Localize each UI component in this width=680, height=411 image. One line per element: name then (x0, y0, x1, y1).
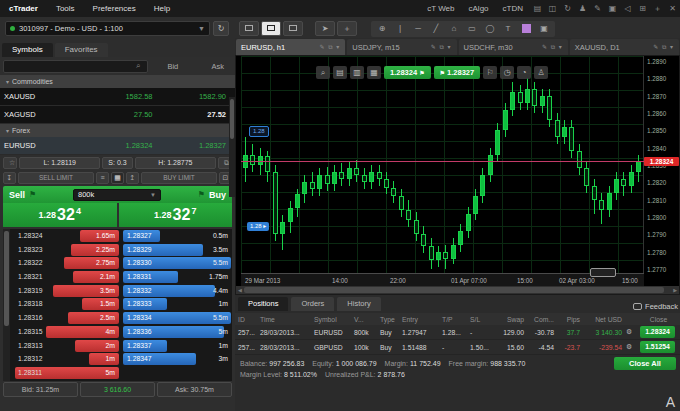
feedback-button[interactable]: Feedback (633, 302, 680, 311)
layout-grid-icon[interactable] (283, 21, 303, 36)
symbol-row-eurusd[interactable]: EURUSD1.283241.28327 (0, 137, 235, 155)
position-marker[interactable]: 1.28 ▸ (247, 222, 269, 231)
candlestick-chart[interactable]: 1.281.28 ▸ (241, 56, 644, 276)
sound-icon[interactable]: ◁ (620, 4, 635, 13)
layout-wide-icon[interactable] (261, 21, 281, 36)
sell-button[interactable]: Sell (9, 190, 25, 200)
trendline-icon[interactable]: ╱ (427, 22, 445, 36)
dom-scrollbar[interactable] (3, 229, 10, 381)
dom-buy-row[interactable]: 1.283270.5m (123, 230, 230, 243)
trader-icon[interactable]: ♙ (534, 66, 548, 79)
chart-tab-icons[interactable]: ✎ ⧉ ▾ (542, 43, 563, 51)
sell-price-button[interactable]: 1.28 32 4 (3, 203, 117, 227)
tab-history[interactable]: History (337, 297, 380, 311)
dom-sell-row[interactable]: 1.283132m (12, 340, 119, 353)
menu-tools[interactable]: Tools (47, 4, 84, 13)
dom-buy-row[interactable]: 1.283473m (123, 353, 230, 366)
dom-sell-row[interactable]: 1.283121m (12, 353, 119, 366)
menu-ctrader[interactable]: cTrader (0, 4, 47, 13)
dom-sell-row[interactable]: 1.283241.65m (12, 230, 119, 243)
bar-style-icon[interactable]: ▥ (350, 66, 364, 79)
dom-buy-row[interactable]: 1.283293.5m (123, 244, 230, 257)
menu-help[interactable]: Help (145, 4, 179, 13)
chart-tab-usdjpy[interactable]: USDJPY, m15✎ ⧉ ▾ (347, 39, 456, 55)
vline-icon[interactable]: ❘ (391, 22, 409, 36)
dom-buy-row[interactable]: 1.283371m (123, 340, 230, 353)
channel-icon[interactable]: ⌂ (445, 22, 463, 36)
chart-sell-button[interactable]: 1.28324 ⚑ (384, 66, 431, 79)
dom-sell-row[interactable]: 1.283154m (12, 326, 119, 339)
plus-icon[interactable]: ＋ (650, 3, 665, 14)
indicator-icon[interactable]: ▦ (367, 66, 381, 79)
chess-icon[interactable]: ♟ (575, 4, 590, 13)
panel-icon[interactable]: ▣ (605, 4, 620, 13)
rectangle-icon[interactable]: ▭ (463, 22, 481, 36)
favorite-star-icon[interactable]: ☆ (3, 157, 17, 169)
tab-orders[interactable]: Orders (291, 297, 334, 311)
card-icon[interactable]: ⊞ (635, 4, 650, 13)
dom-buy-row[interactable]: 1.283311.75m (123, 271, 230, 284)
dom-buy-row[interactable]: 1.283365m (123, 326, 230, 339)
anchor-icon[interactable]: ⊕ (373, 22, 391, 36)
buy-button[interactable]: Buy (209, 190, 226, 200)
dom-sell-row[interactable]: 1.283232.25m (12, 244, 119, 257)
menu-link-ct-web[interactable]: cT Web (420, 4, 461, 13)
chart-tab-usdchf[interactable]: USDCHF, m30✎ ⧉ ▾ (459, 39, 568, 55)
dom-buy-row[interactable]: 1.283331m (123, 298, 230, 311)
dom-buy-row[interactable]: 1.283305.5m (123, 257, 230, 270)
paint-icon[interactable]: ✎ (590, 4, 605, 13)
text-icon[interactable]: T (499, 22, 517, 36)
dom-sell-row[interactable]: 1.283162.5m (12, 312, 119, 325)
search-input[interactable] (3, 60, 148, 73)
tab-positions[interactable]: Positions (238, 297, 288, 311)
color-swatch-icon[interactable] (517, 22, 535, 36)
zoom-icon[interactable]: ⌕ (316, 66, 330, 79)
scroll-left-icon[interactable]: ◀ (238, 287, 242, 293)
info-icon[interactable]: ↧ (3, 172, 16, 184)
symbol-row-xauusd[interactable]: XAUUSD1582.581582.90 (0, 88, 235, 106)
sell-limit-button[interactable]: SELL LIMIT (18, 172, 94, 184)
chart-type-icon[interactable]: ▤ (333, 66, 347, 79)
window-icon[interactable]: ◫ (545, 4, 560, 13)
dom-sell-row[interactable]: 1.283212.1m (12, 271, 119, 284)
dom-sell-row[interactable]: 1.283222.75m (12, 257, 119, 270)
close-icon[interactable]: ✕ (665, 4, 680, 13)
grid-icon[interactable]: ▤ (530, 4, 545, 13)
dom-sell-row[interactable]: 1.283193.5m (12, 285, 119, 298)
chart-tab-icons[interactable]: ✎ ⧉ ▾ (320, 43, 341, 51)
time-axis[interactable]: 29 Mar 201314:0022:0001 Apr 07:0015:0002… (241, 273, 644, 286)
gear-icon[interactable]: ⚙ (626, 328, 640, 336)
close-all-button[interactable]: Close All (614, 357, 676, 370)
crosshair-icon[interactable]: ＋ (337, 21, 357, 36)
buy-limit-button[interactable]: BUY LIMIT (141, 172, 217, 184)
layout-single-icon[interactable] (239, 21, 259, 36)
chart-tab-xauusd[interactable]: XAUUSD, D1✎ ⧉ ▾ (570, 39, 679, 55)
group-header-commodities[interactable]: ▾Commodities (0, 75, 235, 88)
price-axis[interactable]: 1.28901.28801.28701.28601.28501.28401.28… (643, 56, 679, 276)
hline-icon[interactable]: ─ (409, 22, 427, 36)
quick-trade-icon[interactable]: ↥ (126, 172, 139, 184)
buy-price-button[interactable]: 1.28 32 7 (119, 203, 233, 227)
menu-link-calgo[interactable]: cAlgo (462, 4, 496, 13)
position-row[interactable]: 257...28/03/2013...EURUSD800kBuy1.279471… (235, 325, 680, 340)
volume-selector[interactable]: 800k ▼ (73, 189, 161, 201)
gear-icon[interactable]: ⚙ (626, 343, 640, 351)
dom-sell-row[interactable]: 1.283115m (12, 367, 119, 380)
tab-favorites[interactable]: Favorites (55, 43, 108, 57)
menu-link-ctdn[interactable]: cTDN (496, 4, 530, 13)
chart-tab-icons[interactable]: ✎ ⧉ ▾ (431, 43, 452, 51)
scroll-right-icon[interactable]: ▶ (673, 287, 677, 293)
cursor-icon[interactable]: ➤ (315, 21, 335, 36)
refresh-icon[interactable]: ↻ (560, 4, 575, 13)
ellipse-icon[interactable]: ◯ (481, 22, 499, 36)
depth-mode-icon[interactable]: ▦ (111, 172, 124, 184)
clock-icon[interactable]: ◷ (500, 66, 514, 79)
close-position-button[interactable]: 1.51254 (640, 341, 675, 353)
chart-tab-eurusd[interactable]: EURUSD, h1✎ ⧉ ▾ (236, 39, 345, 55)
symbol-row-xagusd[interactable]: XAGUSD27.5027.52 (0, 106, 235, 124)
chart-hscrollbar[interactable]: ◀ ▶ (236, 286, 679, 294)
chart-buy-button[interactable]: ⚑ 1.28327 (434, 66, 481, 79)
tab-symbols[interactable]: Symbols (2, 43, 53, 57)
bell-icon[interactable]: ◔ (517, 66, 531, 79)
camera-icon[interactable]: ▣ (535, 22, 553, 36)
